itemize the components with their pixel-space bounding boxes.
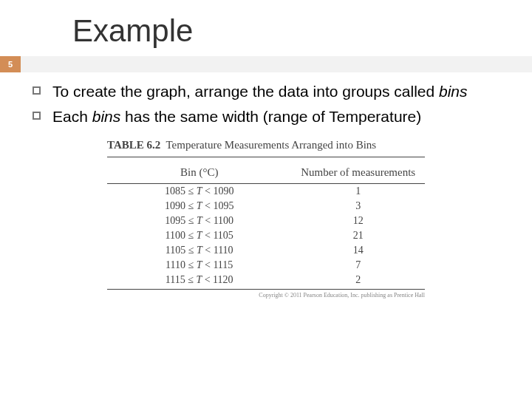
count-cell: 3: [291, 199, 425, 214]
slide-number: 5: [0, 56, 21, 72]
count-cell: 12: [291, 214, 425, 228]
bullet-text: To create the graph, arrange the data in…: [52, 81, 468, 102]
table-figure: TABLE 6.2 Temperature Measurements Arran…: [107, 138, 425, 299]
table-row: 1100 ≤ T < 110521: [107, 228, 425, 243]
text-em: bins: [92, 108, 121, 125]
table-caption: TABLE 6.2 Temperature Measurements Arran…: [107, 138, 425, 158]
count-cell: 14: [291, 243, 425, 258]
col-header-bin: Bin (°C): [107, 162, 291, 184]
slide-title: Example: [0, 0, 532, 56]
bin-cell: 1100 ≤ T < 1105: [107, 228, 291, 243]
count-cell: 2: [291, 273, 425, 290]
count-cell: 1: [291, 184, 425, 200]
bin-cell: 1110 ≤ T < 1115: [107, 258, 291, 273]
table-caption-text: Temperature Measurements Arranged into B…: [166, 139, 376, 151]
bin-cell: 1085 ≤ T < 1090: [107, 184, 291, 200]
text-run: To create the graph, arrange the data in…: [52, 83, 439, 100]
table-row: 1095 ≤ T < 110012: [107, 214, 425, 228]
bin-cell: 1105 ≤ T < 1110: [107, 243, 291, 258]
copyright-text: Copyright © 2011 Pearson Education, Inc.…: [107, 292, 425, 299]
bin-cell: 1095 ≤ T < 1100: [107, 214, 291, 228]
bullet-text: Each bins has the same width (range of T…: [52, 106, 421, 127]
table-row: 1085 ≤ T < 10901: [107, 184, 425, 200]
bullet-item: Each bins has the same width (range of T…: [33, 106, 510, 127]
accent-bar: 5: [0, 56, 532, 72]
bullet-list: To create the graph, arrange the data in…: [0, 72, 532, 128]
text-em: bins: [439, 83, 468, 100]
bin-cell: 1090 ≤ T < 1095: [107, 199, 291, 214]
data-table: Bin (°C) Number of measurements 1085 ≤ T…: [107, 162, 425, 290]
bullet-item: To create the graph, arrange the data in…: [33, 81, 510, 102]
text-run: Each: [52, 108, 92, 125]
bullet-icon: [33, 86, 41, 95]
col-header-count: Number of measurements: [291, 162, 425, 184]
count-cell: 21: [291, 228, 425, 243]
count-cell: 7: [291, 258, 425, 273]
text-run: has the same width (range of Temperature…: [120, 108, 421, 125]
table-row: 1090 ≤ T < 10953: [107, 199, 425, 214]
table-row: 1115 ≤ T < 11202: [107, 273, 425, 290]
table-row: 1105 ≤ T < 111014: [107, 243, 425, 258]
table-row: 1110 ≤ T < 11157: [107, 258, 425, 273]
bin-cell: 1115 ≤ T < 1120: [107, 273, 291, 290]
table-number: TABLE 6.2: [107, 139, 160, 151]
bullet-icon: [33, 112, 41, 120]
